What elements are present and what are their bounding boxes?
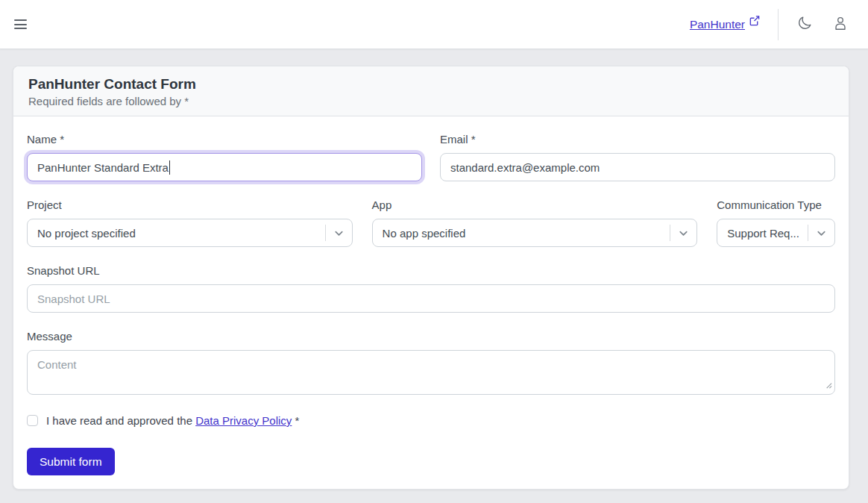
project-select-toggle <box>325 219 352 246</box>
snapshot-url-field-group: Snapshot URL <box>27 264 835 313</box>
name-field-group: Name * PanHunter Standard Extra <box>27 133 422 181</box>
name-input-value: PanHunter Standard Extra <box>37 161 169 174</box>
message-textarea[interactable] <box>27 350 835 395</box>
project-select[interactable]: No project specified <box>27 219 353 247</box>
panhunter-link-label: PanHunter <box>690 18 745 31</box>
consent-text-before: I have read and approved the <box>46 414 195 427</box>
select-separator <box>325 225 326 241</box>
required-fields-note: Required fields are followed by * <box>28 95 834 107</box>
text-caret <box>169 160 171 175</box>
theme-toggle-button[interactable] <box>796 15 813 34</box>
external-link-icon <box>749 15 760 29</box>
person-icon <box>832 15 849 34</box>
app-label: App <box>372 199 698 211</box>
name-label: Name * <box>27 133 422 146</box>
consent-text: I have read and approved the Data Privac… <box>46 414 299 427</box>
menu-button[interactable] <box>13 15 29 34</box>
email-label: Email * <box>440 133 835 146</box>
consent-text-after: * <box>292 414 299 427</box>
chevron-down-icon <box>333 228 345 239</box>
chevron-down-icon <box>816 228 827 239</box>
chevron-down-icon <box>678 228 689 239</box>
data-privacy-policy-link[interactable]: Data Privacy Policy <box>195 414 292 427</box>
message-field-group: Message <box>27 330 835 395</box>
page-title: PanHunter Contact Form <box>28 76 834 93</box>
communication-type-field-group: Communication Type Support Req... <box>717 199 835 247</box>
account-button[interactable] <box>832 15 849 34</box>
name-input[interactable]: PanHunter Standard Extra <box>27 153 422 181</box>
hamburger-icon <box>14 24 27 25</box>
card-header: PanHunter Contact Form Required fields a… <box>13 66 849 116</box>
communication-type-select-toggle <box>808 219 834 246</box>
consent-row: I have read and approved the Data Privac… <box>27 414 835 427</box>
project-field-group: Project No project specified <box>27 199 353 247</box>
snapshot-url-label: Snapshot URL <box>27 264 835 277</box>
select-separator <box>670 225 670 241</box>
project-select-value: No project specified <box>37 227 136 240</box>
top-navigation-bar: PanHunter <box>0 0 868 49</box>
communication-type-select[interactable]: Support Req... <box>717 219 835 247</box>
project-label: Project <box>27 199 353 211</box>
hamburger-icon <box>14 19 27 21</box>
form-body: Name * PanHunter Standard Extra Email * … <box>13 116 849 489</box>
email-input[interactable] <box>440 153 835 181</box>
hamburger-icon <box>14 28 27 29</box>
moon-icon <box>796 15 813 34</box>
message-label: Message <box>27 330 835 343</box>
privacy-policy-checkbox[interactable] <box>27 415 38 426</box>
topbar-actions: PanHunter <box>690 9 849 40</box>
app-select[interactable]: No app specified <box>372 219 698 247</box>
app-field-group: App No app specified <box>372 199 698 247</box>
snapshot-url-input[interactable] <box>27 284 835 313</box>
communication-type-label: Communication Type <box>717 199 835 211</box>
communication-type-select-value: Support Req... <box>727 227 799 240</box>
panhunter-link[interactable]: PanHunter <box>690 18 760 31</box>
email-field-group: Email * <box>440 133 835 181</box>
app-select-value: No app specified <box>383 227 466 240</box>
submit-button[interactable]: Submit form <box>27 448 115 475</box>
contact-form-card: PanHunter Contact Form Required fields a… <box>13 66 849 490</box>
topbar-divider <box>778 9 779 40</box>
app-select-toggle <box>670 219 696 246</box>
select-separator <box>808 225 808 241</box>
